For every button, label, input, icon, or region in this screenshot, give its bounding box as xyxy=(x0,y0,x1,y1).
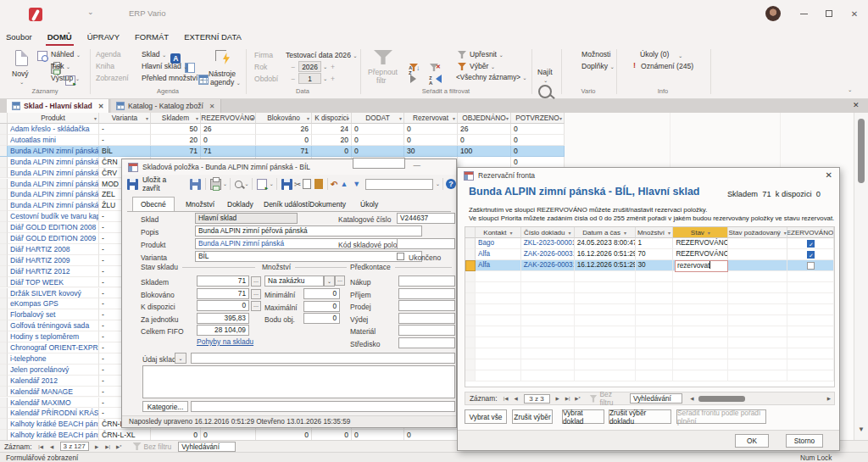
save2-icon[interactable] xyxy=(281,179,292,190)
menu-domu[interactable]: DOMŮ xyxy=(40,29,80,47)
firma-value[interactable]: Testovací data 2026 ⌄ xyxy=(286,51,358,59)
hlavni-sklad-dropdown[interactable]: Hlavní sklad ⌄ xyxy=(142,62,188,70)
vybrat-doklad-button[interactable]: Vybrat doklad xyxy=(562,409,604,424)
last-record-icon[interactable]: ▶| xyxy=(103,442,113,451)
cell[interactable]: ČRN-L-XL xyxy=(99,430,151,440)
menu-format[interactable]: FORMÁT xyxy=(127,29,176,47)
save-as-icon[interactable] xyxy=(190,179,201,190)
column-header-REZERVOVÁNO[interactable]: REZERVOVÁNO▾ xyxy=(201,113,256,124)
cell[interactable]: Diář HARTIZ 2012 xyxy=(8,266,99,277)
cell[interactable]: Bunda ALPIN zimní pánská xyxy=(8,146,99,157)
menu-externi-data[interactable]: EXTERNÍ DATA xyxy=(176,29,249,47)
ok-button[interactable]: OK xyxy=(735,434,769,448)
tab-ukoly[interactable]: Úkoly xyxy=(353,197,386,211)
prec-row-value[interactable] xyxy=(398,325,455,336)
cell[interactable]: 0 xyxy=(201,430,256,440)
cell[interactable]: Golfová tréningová sada xyxy=(8,320,99,331)
quick-access-chevron-icon[interactable]: ⌄ xyxy=(87,8,94,16)
column-header-OBJEDNÁNO[interactable]: OBJEDNÁNO▾ xyxy=(458,113,511,124)
sort-arrow-icon[interactable]: ▾ xyxy=(399,115,402,121)
kategorie-button[interactable]: Kategorie... xyxy=(142,401,188,412)
queue-row[interactable]: AlfaZAK-2026-0003116.12.2026 0:51:2930 xyxy=(465,260,834,271)
rezervovano-checkbox[interactable] xyxy=(807,240,815,248)
print-tb-icon[interactable] xyxy=(210,179,221,190)
next-record-icon[interactable]: ▶ xyxy=(92,442,102,451)
column-header-Varianta[interactable]: Varianta▾ xyxy=(99,113,151,124)
scrollbar-thumb[interactable] xyxy=(858,119,865,183)
tab-close-icon[interactable]: ✕ xyxy=(98,103,104,110)
all-records-dropdown[interactable]: <Všechny záznamy> ⌄ xyxy=(456,74,527,81)
queue-hscroll-right-icon[interactable]: ▶ xyxy=(825,394,833,404)
cell[interactable]: Diář GOLD EDITION 2009 xyxy=(8,233,99,244)
queue-column-Datum a čas[interactable]: Datum a čas▾ xyxy=(575,227,636,238)
cell[interactable]: Držák SILVER kovový xyxy=(8,288,99,299)
rok-minus[interactable]: − xyxy=(291,63,295,71)
cell[interactable]: 26 xyxy=(458,124,511,135)
cell[interactable]: BÍL xyxy=(99,146,151,157)
queue-prev-icon[interactable]: ◀ xyxy=(512,394,520,404)
queue-hscroll-left-icon[interactable]: ◀ xyxy=(687,394,696,404)
qty-mode-dots[interactable]: ... xyxy=(335,276,345,286)
udaj-dropdown-icon[interactable]: ⌄ xyxy=(175,353,186,364)
cell[interactable]: 0 xyxy=(511,146,565,157)
cell[interactable]: 0 xyxy=(352,124,404,135)
queue-hscrollbar[interactable] xyxy=(697,394,824,404)
cell[interactable]: Kalendář MANAGE xyxy=(8,387,99,398)
new-record-nav-icon[interactable]: ▶* xyxy=(114,442,124,451)
tab-sklad-hlavni-sklad[interactable]: Sklad - Hlavní sklad✕ xyxy=(7,99,109,113)
table-row[interactable]: Adam křeslo - skládačka-5026262400260 xyxy=(0,124,565,135)
vario-logo-icon[interactable] xyxy=(29,8,42,21)
print-button[interactable]: Tisk ⌄ xyxy=(51,62,70,70)
column-header-Rezervovat[interactable]: Rezervovat▾ xyxy=(404,113,458,124)
oznameni-button[interactable]: Oznámení (245) xyxy=(641,62,693,70)
storno-button[interactable]: Storno xyxy=(786,434,823,448)
qty-row-value[interactable]: 0 xyxy=(303,313,340,324)
column-header-DODAT[interactable]: DODAT▾ xyxy=(352,113,404,124)
queue-row[interactable]: BagoZKL-2023-0000124.05.2023 8:00:471REZ… xyxy=(465,238,834,249)
filter-status[interactable]: Bez filtru xyxy=(144,443,172,451)
cell[interactable]: 20 xyxy=(151,135,201,146)
cell[interactable]: 26 xyxy=(256,124,312,135)
cell[interactable]: - xyxy=(99,124,151,135)
rok-plus[interactable]: + xyxy=(331,63,335,71)
stock-row-value[interactable]: 395,83 xyxy=(197,313,249,324)
rezervovano-checkbox[interactable] xyxy=(807,251,815,259)
queue-hscroll-thumb[interactable] xyxy=(698,396,745,402)
close-button[interactable]: ✕ xyxy=(845,5,864,22)
queue-column-Množství[interactable]: Množství▾ xyxy=(636,227,674,238)
varianta-field[interactable]: BÍL xyxy=(195,251,422,262)
cell[interactable]: Florbalový set xyxy=(8,309,99,320)
cell[interactable]: 0 xyxy=(404,124,458,135)
sort-arrow-icon[interactable]: ▾ xyxy=(506,115,509,121)
cell[interactable]: 0 xyxy=(352,146,404,157)
cell[interactable]: Bunda ALPIN zimní pánská xyxy=(8,168,99,179)
prec-row-value[interactable] xyxy=(398,300,455,311)
notes-textarea[interactable] xyxy=(142,365,455,398)
table-row[interactable]: Bunda ALPIN zimní pánskáBÍL7171710030100… xyxy=(0,146,565,157)
cell[interactable] xyxy=(458,157,511,168)
queue-first-icon[interactable]: |◀ xyxy=(502,394,510,404)
collapse-ribbon-icon[interactable]: ⌄ xyxy=(848,86,852,93)
cell[interactable]: 0 xyxy=(404,430,458,440)
cell[interactable]: Bunda ALPIN zimní pánská xyxy=(8,179,99,190)
cell[interactable]: 100 xyxy=(458,146,511,157)
cell[interactable]: - xyxy=(99,135,151,146)
tab-close-icon2[interactable]: ✕ xyxy=(209,103,215,110)
qty-mode-dropdown-icon[interactable]: ⌄ xyxy=(324,276,335,287)
cell[interactable]: Jelen porcelánový xyxy=(8,365,99,376)
toggle-filter-icon[interactable] xyxy=(374,50,392,64)
cell[interactable]: 24 xyxy=(312,124,352,135)
rok-value[interactable]: 2026 xyxy=(298,61,321,72)
cell[interactable]: 20 xyxy=(312,135,352,146)
lookup-dots-button[interactable]: ... xyxy=(251,289,261,299)
prec-row-value[interactable] xyxy=(398,313,455,324)
help-icon[interactable]: ? xyxy=(446,179,456,189)
cell[interactable]: Adam křeslo - skládačka xyxy=(8,124,99,135)
close-view-icon[interactable]: ✕ xyxy=(853,101,860,109)
lookup-dots-button[interactable]: ... xyxy=(251,276,261,287)
sort-arrow-icon[interactable]: ▾ xyxy=(196,115,198,121)
cell[interactable]: Kalhoty krátké BEACH pánské xyxy=(8,419,99,430)
obdobi-plus[interactable]: + xyxy=(331,75,335,83)
column-header-K dispozici[interactable]: K dispozici▾ xyxy=(312,113,352,124)
lookup-dots-button[interactable]: ... xyxy=(251,301,261,311)
